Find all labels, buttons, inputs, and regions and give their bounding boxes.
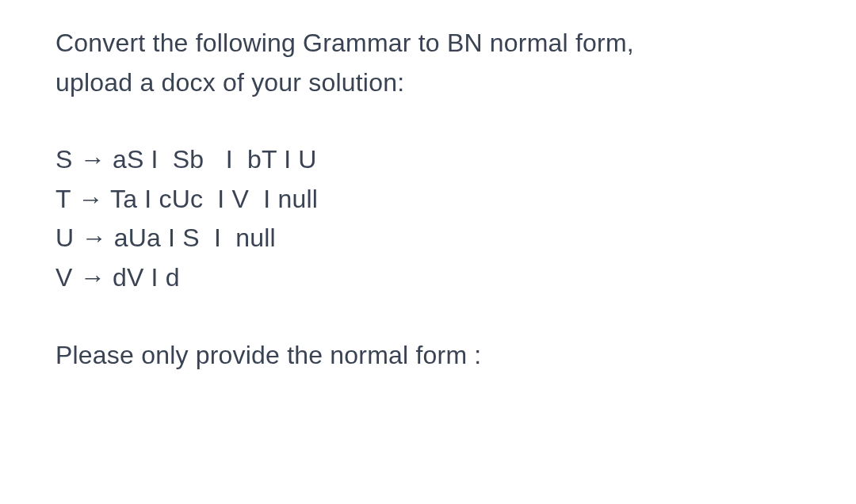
footer-instruction: Please only provide the normal form :: [55, 336, 801, 376]
grammar-rules: S → aS I Sb I bT I U T → Ta I cUc I V I …: [55, 140, 801, 297]
grammar-rule-u: U → aUa I S I null: [55, 219, 801, 258]
grammar-rule-s: S → aS I Sb I bT I U: [55, 140, 801, 180]
intro-line-1: Convert the following Grammar to BN norm…: [55, 24, 801, 63]
question-intro: Convert the following Grammar to BN norm…: [55, 24, 801, 102]
intro-line-2: upload a docx of your solution:: [55, 63, 801, 103]
grammar-rule-v: V → dV I d: [55, 258, 801, 298]
grammar-rule-t: T → Ta I cUc I V I null: [55, 180, 801, 220]
question-content: Convert the following Grammar to BN norm…: [55, 24, 801, 375]
